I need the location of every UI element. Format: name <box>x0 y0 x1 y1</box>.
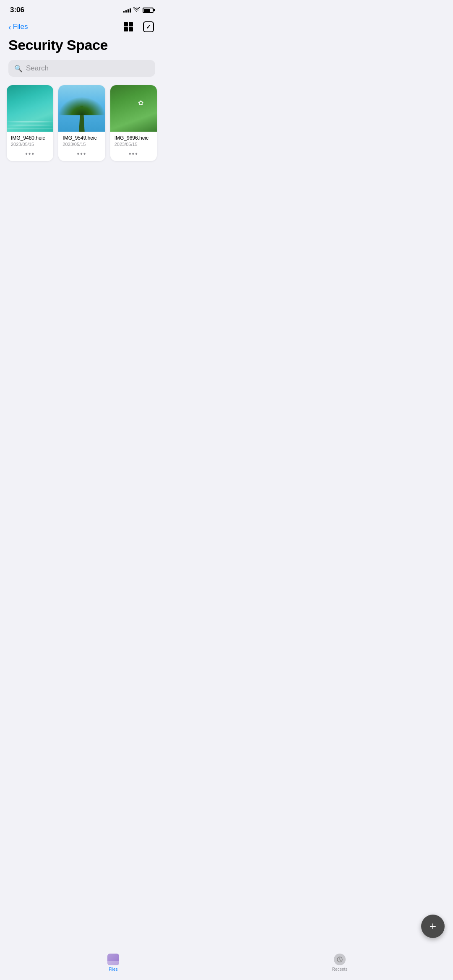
file-thumbnail <box>7 85 53 132</box>
file-card[interactable]: IMG_9696.heic 2023/05/15 ••• <box>110 85 157 161</box>
battery-icon <box>143 8 154 13</box>
search-bar-container: 🔍 Search <box>0 60 164 85</box>
nav-actions: ✓ <box>122 20 155 34</box>
checkbox-icon: ✓ <box>143 21 154 32</box>
file-info: IMG_9696.heic 2023/05/15 <box>110 132 157 148</box>
file-more-button[interactable]: ••• <box>7 148 53 161</box>
files-grid: IMG_9480.heic 2023/05/15 ••• IMG_9549.he… <box>0 85 164 161</box>
thumbnail-image <box>7 85 53 132</box>
search-icon: 🔍 <box>14 65 23 73</box>
file-more-button[interactable]: ••• <box>58 148 105 161</box>
select-button[interactable]: ✓ <box>142 20 155 34</box>
file-thumbnail <box>58 85 105 132</box>
file-name: IMG_9696.heic <box>115 135 153 141</box>
grid-icon <box>124 22 133 31</box>
file-more-button[interactable]: ••• <box>110 148 157 161</box>
grid-view-button[interactable] <box>122 20 135 34</box>
file-card[interactable]: IMG_9480.heic 2023/05/15 ••• <box>7 85 53 161</box>
file-card[interactable]: IMG_9549.heic 2023/05/15 ••• <box>58 85 105 161</box>
thumbnail-image <box>58 85 105 132</box>
file-date: 2023/05/15 <box>62 142 101 147</box>
nav-bar: ‹ Files ✓ <box>0 17 164 35</box>
wifi-icon <box>133 7 140 13</box>
search-placeholder: Search <box>26 64 49 73</box>
status-icons <box>123 7 154 13</box>
file-name: IMG_9480.heic <box>11 135 49 141</box>
file-info: IMG_9549.heic 2023/05/15 <box>58 132 105 148</box>
file-date: 2023/05/15 <box>115 142 153 147</box>
signal-icon <box>123 8 131 13</box>
file-info: IMG_9480.heic 2023/05/15 <box>7 132 53 148</box>
back-chevron-icon: ‹ <box>8 23 11 31</box>
status-bar: 3:06 <box>0 0 164 17</box>
page-title: Security Space <box>0 35 164 60</box>
file-name: IMG_9549.heic <box>62 135 101 141</box>
back-button[interactable]: ‹ Files <box>8 23 28 31</box>
thumbnail-image <box>110 85 157 132</box>
file-thumbnail <box>110 85 157 132</box>
status-time: 3:06 <box>10 6 24 14</box>
search-bar[interactable]: 🔍 Search <box>8 60 155 77</box>
file-date: 2023/05/15 <box>11 142 49 147</box>
back-label: Files <box>13 23 28 31</box>
